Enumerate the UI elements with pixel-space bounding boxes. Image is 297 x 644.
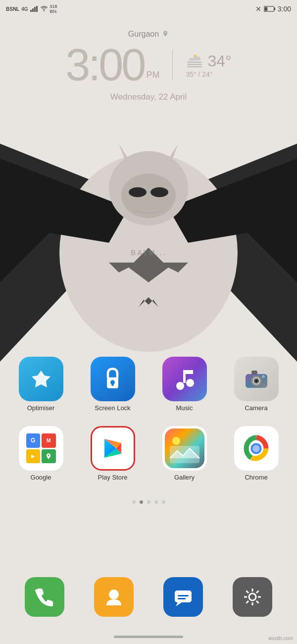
svg-point-20 xyxy=(150,187,168,197)
dot-2[interactable] xyxy=(140,500,143,504)
gallery-icon xyxy=(162,426,207,471)
svg-point-11 xyxy=(194,54,197,57)
google-label: Google xyxy=(31,474,51,481)
svg-line-55 xyxy=(256,601,259,603)
chrome-icon xyxy=(234,426,279,471)
camera-label: Camera xyxy=(245,404,267,412)
music-icon xyxy=(162,357,207,401)
svg-rect-34 xyxy=(251,371,257,375)
app-row-2: G M ▶ Google xyxy=(0,426,297,481)
status-right: 3:00 xyxy=(255,5,291,13)
carrier-label: BSNL xyxy=(6,6,19,12)
location-pin-icon xyxy=(162,30,169,38)
home-indicator[interactable] xyxy=(114,636,183,638)
weather-temp: 34° xyxy=(207,52,231,70)
svg-rect-1 xyxy=(32,8,34,12)
batman-text: BATM... xyxy=(131,249,166,257)
optimiser-icon xyxy=(19,357,63,401)
svg-marker-46 xyxy=(176,602,182,606)
network-type: 4G xyxy=(21,6,28,12)
gallery-label: Gallery xyxy=(174,474,195,481)
screenlock-icon xyxy=(91,357,135,401)
clock-ampm: PM xyxy=(146,70,159,80)
svg-rect-9 xyxy=(187,64,202,65)
clock-widget: Gurgaon 3:00 PM 34° 35° / 24° Wedn xyxy=(0,30,297,102)
clock-time: 3:00 xyxy=(65,43,144,87)
svg-point-18 xyxy=(121,173,176,218)
app-gallery[interactable]: Gallery xyxy=(156,426,213,481)
batman-wallpaper: BATM... xyxy=(0,144,297,362)
app-music[interactable]: Music xyxy=(156,357,213,412)
watermark: wsxdn.com xyxy=(268,636,293,641)
app-playstore[interactable]: Play Store xyxy=(84,426,141,481)
time-weather-divider xyxy=(172,50,173,80)
svg-point-43 xyxy=(253,445,260,452)
app-optimiser[interactable]: Optimiser xyxy=(12,357,69,412)
status-left: BSNL 4G 318B/s xyxy=(6,4,57,14)
svg-point-49 xyxy=(249,593,256,600)
dock-messages[interactable] xyxy=(158,577,208,617)
svg-rect-3 xyxy=(36,6,38,12)
svg-rect-47 xyxy=(178,595,189,596)
contacts-icon xyxy=(94,577,134,617)
app-google[interactable]: G M ▶ Google xyxy=(12,426,69,481)
app-camera[interactable]: Camera xyxy=(228,357,285,412)
svg-point-35 xyxy=(262,375,265,378)
svg-rect-8 xyxy=(187,62,202,63)
messages-icon xyxy=(163,577,203,617)
camera-icon xyxy=(234,357,279,401)
wifi-icon xyxy=(40,6,48,12)
svg-point-24 xyxy=(176,382,184,390)
page-dots xyxy=(0,500,297,504)
battery-icon xyxy=(264,5,276,12)
svg-rect-48 xyxy=(178,598,186,599)
svg-rect-10 xyxy=(187,66,202,67)
svg-line-56 xyxy=(256,591,259,593)
svg-line-54 xyxy=(247,591,249,593)
dot-5[interactable] xyxy=(162,500,165,504)
svg-rect-7 xyxy=(264,7,267,11)
svg-point-33 xyxy=(255,380,257,382)
svg-point-19 xyxy=(129,187,147,197)
time-label: 3:00 xyxy=(278,5,291,13)
svg-point-44 xyxy=(109,590,119,599)
dot-1[interactable] xyxy=(132,500,136,504)
app-screenlock[interactable]: Screen Lock xyxy=(84,357,141,412)
svg-rect-27 xyxy=(183,370,193,374)
status-bar: BSNL 4G 318B/s 3:00 xyxy=(0,0,297,18)
speed-label: 318B/s xyxy=(50,4,57,14)
dock-phone[interactable] xyxy=(20,577,69,617)
date-label: Wednesday, 22 April xyxy=(110,92,187,102)
location-text: Gurgaon xyxy=(128,30,159,39)
signal-icon xyxy=(30,6,38,12)
svg-line-57 xyxy=(247,601,249,603)
music-label: Music xyxy=(176,404,193,412)
location-row: Gurgaon xyxy=(128,30,169,39)
chrome-label: Chrome xyxy=(245,474,267,481)
dot-3[interactable] xyxy=(147,500,150,504)
weather-range: 35° / 24° xyxy=(186,70,212,78)
settings-icon xyxy=(233,577,272,617)
svg-rect-6 xyxy=(274,7,275,10)
screenlock-label: Screen Lock xyxy=(95,404,130,412)
svg-point-4 xyxy=(44,10,45,11)
dot-4[interactable] xyxy=(154,500,158,504)
weather-top: 34° xyxy=(186,52,231,70)
svg-point-39 xyxy=(172,437,180,445)
dock-settings[interactable] xyxy=(228,577,277,617)
weather-icon xyxy=(186,54,203,68)
mute-icon xyxy=(255,5,262,12)
playstore-label: Play Store xyxy=(98,474,128,481)
svg-rect-2 xyxy=(34,7,36,12)
svg-rect-23 xyxy=(111,382,114,386)
svg-rect-0 xyxy=(30,10,32,12)
svg-point-25 xyxy=(186,379,194,387)
app-chrome[interactable]: Chrome xyxy=(228,426,285,481)
time-weather-row: 3:00 PM 34° 35° / 24° xyxy=(65,43,232,87)
dock-contacts[interactable] xyxy=(89,577,139,617)
playstore-icon xyxy=(91,426,135,471)
phone-icon xyxy=(25,577,64,617)
dock xyxy=(0,577,297,617)
optimiser-label: Optimiser xyxy=(27,404,55,412)
app-row-1: Optimiser Screen Lock Music xyxy=(0,357,297,412)
